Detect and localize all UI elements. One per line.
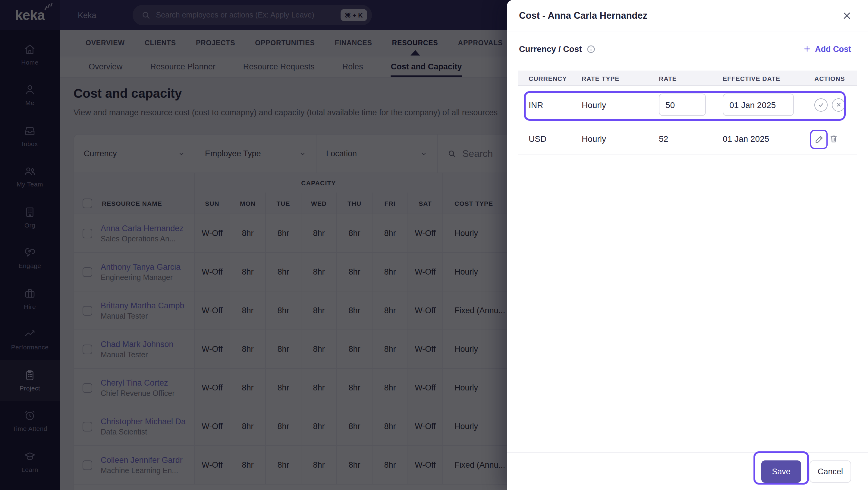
add-cost-button[interactable]: Add Cost bbox=[803, 45, 851, 53]
delete-cost-button[interactable] bbox=[829, 134, 838, 144]
save-button[interactable]: Save bbox=[761, 460, 801, 483]
pencil-icon bbox=[814, 134, 825, 144]
app: keka Home Me Inbox My Team bbox=[0, 0, 868, 490]
edit-cost-button[interactable] bbox=[814, 134, 825, 144]
cost-panel: Cost - Anna Carla Hernandez Currency / C… bbox=[507, 0, 868, 490]
confirm-edit-button[interactable] bbox=[814, 98, 828, 111]
panel-title: Cost - Anna Carla Hernandez bbox=[519, 10, 647, 21]
cost-table: CURRENCY RATE TYPE RATE EFFECTIVE DATE A… bbox=[518, 70, 857, 154]
close-button[interactable] bbox=[839, 7, 855, 23]
actions-column-header: ACTIONS bbox=[807, 71, 857, 85]
panel-footer: Save Cancel bbox=[507, 452, 868, 490]
rate-type-value: Hourly bbox=[575, 100, 656, 110]
rate-type-column-header: RATE TYPE bbox=[575, 71, 656, 85]
cancel-edit-button[interactable] bbox=[832, 98, 845, 111]
section-label: Currency / Cost bbox=[519, 44, 582, 54]
cost-row-inr-editing: INR Hourly bbox=[518, 86, 857, 124]
rate-input[interactable] bbox=[659, 93, 706, 116]
check-icon bbox=[817, 101, 825, 108]
currency-cost-section: Currency / Cost Add Cost bbox=[519, 40, 851, 58]
plus-icon bbox=[803, 45, 811, 53]
cost-row-usd: USD Hourly 52 01 Jan 2025 bbox=[518, 124, 857, 154]
effective-date-value: 01 Jan 2025 bbox=[723, 134, 807, 144]
panel-header: Cost - Anna Carla Hernandez bbox=[507, 0, 868, 31]
currency-column-header: CURRENCY bbox=[518, 71, 575, 85]
cancel-button[interactable]: Cancel bbox=[809, 460, 851, 483]
trash-icon bbox=[829, 134, 838, 144]
currency-value: INR bbox=[518, 100, 575, 110]
x-icon bbox=[835, 102, 842, 108]
info-icon[interactable] bbox=[587, 45, 596, 53]
cost-table-header: CURRENCY RATE TYPE RATE EFFECTIVE DATE A… bbox=[518, 70, 857, 86]
rate-column-header: RATE bbox=[656, 71, 723, 85]
rate-value: 52 bbox=[656, 134, 723, 144]
close-icon bbox=[841, 10, 852, 21]
effective-date-column-header: EFFECTIVE DATE bbox=[723, 71, 807, 85]
rate-type-value: Hourly bbox=[575, 134, 656, 144]
effective-date-input[interactable] bbox=[723, 93, 794, 116]
currency-value: USD bbox=[518, 134, 575, 144]
